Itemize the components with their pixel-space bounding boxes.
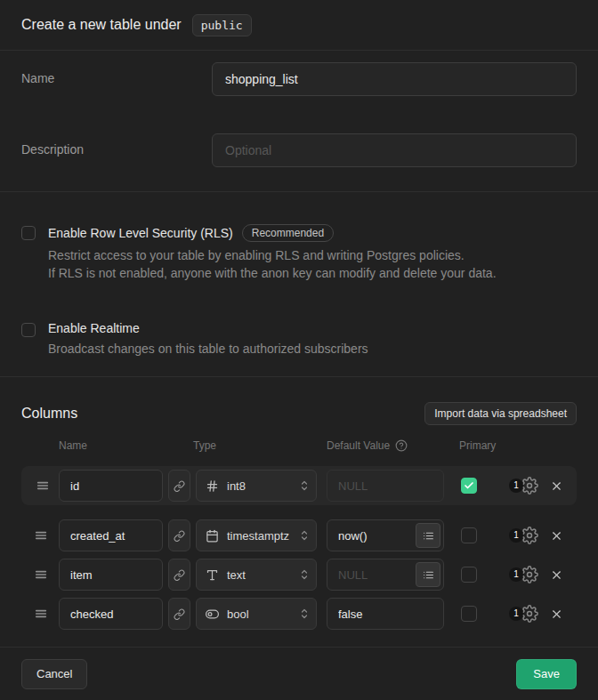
column-row: bool 1 <box>21 598 577 630</box>
default-value-wrap <box>327 559 444 591</box>
remove-column-button[interactable] <box>549 479 563 493</box>
table-name-input[interactable] <box>212 62 577 96</box>
hash-icon <box>206 479 219 493</box>
column-type-select[interactable]: text <box>196 559 317 591</box>
column-name-input[interactable] <box>59 519 163 551</box>
drag-handle-icon[interactable] <box>36 479 50 493</box>
create-table-dialog: Create a new table under public Name Des… <box>0 0 598 700</box>
check-icon <box>464 480 474 491</box>
settings-count-badge: 1 <box>509 528 523 543</box>
cancel-button[interactable]: Cancel <box>21 659 87 689</box>
column-type-select[interactable]: timestamptz <box>196 519 317 551</box>
name-label: Name <box>21 62 212 85</box>
link-icon <box>174 530 185 542</box>
column-type-label: timestamptz <box>227 529 289 543</box>
default-value-wrap <box>327 470 444 502</box>
gear-icon <box>521 477 538 495</box>
column-settings-button[interactable]: 1 <box>509 566 538 583</box>
dialog-footer: Cancel Save <box>0 647 598 700</box>
column-type-select[interactable]: int8 <box>196 470 317 502</box>
table-options-section: Enable Row Level Security (RLS) Recommen… <box>0 192 598 377</box>
column-type-select[interactable]: bool <box>196 598 317 630</box>
text-type-icon <box>206 568 219 582</box>
foreign-key-button[interactable] <box>168 559 190 591</box>
primary-checkbox[interactable] <box>461 567 477 583</box>
settings-count-badge: 1 <box>509 479 523 493</box>
foreign-key-button[interactable] <box>168 598 190 630</box>
row-actions: 1 <box>509 566 563 583</box>
drag-handle-icon[interactable] <box>34 528 48 543</box>
column-settings-button[interactable]: 1 <box>509 605 538 623</box>
table-details-section: Name Description <box>0 51 598 192</box>
save-button[interactable]: Save <box>516 659 577 689</box>
primary-checkbox[interactable] <box>461 478 477 494</box>
drag-handle-icon[interactable] <box>34 567 48 582</box>
link-icon <box>174 608 185 620</box>
column-type-label: bool <box>227 607 249 621</box>
columns-table-headers: Name Type Default Value Primary <box>21 425 577 466</box>
header-primary: Primary <box>459 439 496 452</box>
realtime-description: Broadcast changes on this table to autho… <box>48 340 368 358</box>
column-row: int8 1 <box>21 466 577 505</box>
header-name: Name <box>59 439 87 452</box>
link-icon <box>174 569 185 581</box>
column-name-input[interactable] <box>59 470 163 502</box>
default-value-wrap <box>327 598 444 630</box>
foreign-key-button[interactable] <box>168 470 190 502</box>
realtime-toggle-row: Enable Realtime Broadcast changes on thi… <box>21 321 577 358</box>
default-value-input[interactable] <box>327 470 444 502</box>
foreign-key-button[interactable] <box>168 519 190 551</box>
primary-checkbox[interactable] <box>461 606 477 622</box>
columns-title: Columns <box>21 406 77 422</box>
default-value-wrap <box>327 519 444 551</box>
close-icon <box>550 529 563 543</box>
columns-section: Columns Import data via spreadsheet Name… <box>0 377 598 647</box>
drag-handle-icon[interactable] <box>34 607 48 621</box>
remove-column-button[interactable] <box>549 607 563 621</box>
schema-badge: public <box>192 14 252 36</box>
calendar-icon <box>206 529 219 543</box>
rls-checkbox[interactable] <box>21 226 36 240</box>
chevron-up-down-icon <box>299 607 310 620</box>
default-options-button[interactable] <box>416 523 440 548</box>
import-spreadsheet-button[interactable]: Import data via spreadsheet <box>424 402 577 425</box>
rls-content: Enable Row Level Security (RLS) Recommen… <box>48 224 497 282</box>
realtime-content: Enable Realtime Broadcast changes on thi… <box>48 321 368 358</box>
settings-count-badge: 1 <box>509 607 523 621</box>
rls-toggle-row: Enable Row Level Security (RLS) Recommen… <box>21 224 577 282</box>
realtime-checkbox[interactable] <box>21 323 36 337</box>
column-type-label: text <box>227 568 246 582</box>
recommended-badge: Recommended <box>242 224 334 242</box>
remove-column-button[interactable] <box>549 528 563 543</box>
row-actions: 1 <box>509 477 563 495</box>
dialog-title: Create a new table under <box>21 17 182 33</box>
default-value-input[interactable] <box>327 598 444 630</box>
primary-checkbox[interactable] <box>461 527 477 543</box>
gear-icon <box>521 527 538 544</box>
list-icon <box>423 530 434 542</box>
description-label: Description <box>21 133 212 157</box>
table-description-input[interactable] <box>212 133 577 167</box>
column-name-input[interactable] <box>59 559 163 591</box>
column-type-label: int8 <box>227 479 246 493</box>
default-options-button[interactable] <box>416 562 440 587</box>
dialog-header: Create a new table under public <box>0 0 598 51</box>
close-icon <box>550 607 563 621</box>
column-rows: int8 1 <box>21 466 577 630</box>
chevron-up-down-icon <box>299 479 310 492</box>
rls-label: Enable Row Level Security (RLS) <box>48 226 233 240</box>
column-name-input[interactable] <box>59 598 163 630</box>
remove-column-button[interactable] <box>549 567 563 582</box>
close-icon <box>550 479 563 493</box>
column-settings-button[interactable]: 1 <box>509 477 538 495</box>
header-default-value: Default Value <box>327 439 390 452</box>
toggle-icon <box>206 607 219 621</box>
row-actions: 1 <box>509 605 563 623</box>
column-row: text 1 <box>21 559 577 591</box>
gear-icon <box>521 566 538 583</box>
chevron-up-down-icon <box>299 529 310 542</box>
settings-count-badge: 1 <box>509 567 523 582</box>
column-settings-button[interactable]: 1 <box>509 527 538 544</box>
help-icon[interactable] <box>395 439 408 452</box>
description-form-row: Description <box>21 133 577 167</box>
